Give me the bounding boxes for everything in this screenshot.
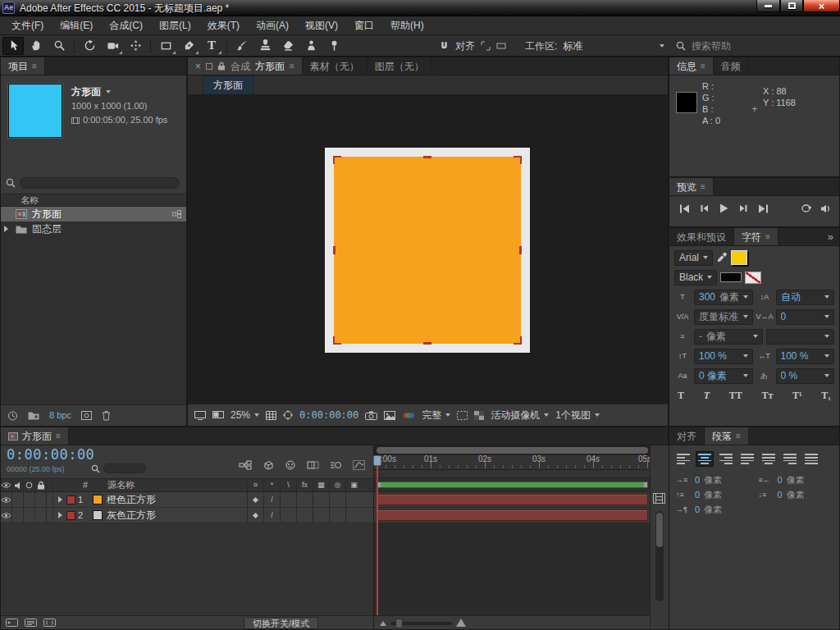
tab-composition-viewer[interactable]: × 合成 方形面 ≡ xyxy=(188,57,303,75)
extra-switch[interactable] xyxy=(345,508,362,523)
trash-icon[interactable] xyxy=(102,410,111,421)
panel-menu-icon[interactable]: ≡ xyxy=(736,432,741,441)
project-search-input[interactable] xyxy=(20,177,180,189)
quality-switch[interactable]: / xyxy=(263,492,280,507)
tab-align[interactable]: 对齐 xyxy=(669,427,705,445)
layer-expander-icon[interactable] xyxy=(53,496,66,503)
fill-color-swatch[interactable] xyxy=(731,250,747,265)
channels-icon[interactable] xyxy=(402,411,415,420)
snap-label[interactable]: 对齐 xyxy=(455,41,475,51)
main-viewer-icon[interactable] xyxy=(212,411,224,420)
small-caps-button[interactable]: Tт xyxy=(761,390,773,400)
panel-overflow-icon[interactable]: » xyxy=(822,228,839,245)
tracking-dropdown[interactable]: 0 xyxy=(776,309,835,325)
lock-icon[interactable] xyxy=(35,479,47,491)
align-right-button[interactable] xyxy=(717,451,735,467)
workspace-dropdown[interactable]: 标准 xyxy=(563,41,664,51)
vertical-scrollbar[interactable] xyxy=(655,511,664,601)
menu-layer[interactable]: 图层(L) xyxy=(151,16,199,34)
project-row-folder[interactable]: 固态层 xyxy=(1,221,186,236)
panel-menu-icon[interactable]: ≡ xyxy=(701,183,705,191)
mini-flowchart-icon[interactable] xyxy=(239,460,252,470)
draft-3d-icon[interactable] xyxy=(262,460,274,470)
font-style-dropdown[interactable]: Black xyxy=(674,270,717,285)
layer-lock-toggle[interactable] xyxy=(35,508,47,523)
roto-brush-tool[interactable] xyxy=(300,37,322,55)
panel-menu-icon[interactable]: ≡ xyxy=(56,432,61,441)
space-before-field[interactable]: ↑≡ 0 像素 xyxy=(676,491,751,500)
always-preview-icon[interactable] xyxy=(194,411,206,420)
brush-tool[interactable] xyxy=(231,37,253,55)
motion-blur-column-icon[interactable]: ◎ xyxy=(329,479,345,491)
type-tool[interactable]: T xyxy=(201,37,222,55)
indent-left-value[interactable]: 0 xyxy=(695,476,700,485)
no-stroke-swatch[interactable] xyxy=(745,272,761,284)
collapse-switch[interactable] xyxy=(247,508,263,523)
layer-visibility-toggle[interactable] xyxy=(1,492,12,507)
panel-menu-icon[interactable]: ≡ xyxy=(701,62,705,71)
motion-blur-switch[interactable] xyxy=(313,492,329,507)
kerning-dropdown[interactable]: 度量标准 xyxy=(694,309,753,325)
space-after-value[interactable]: 0 xyxy=(778,491,783,500)
viewer-timecode[interactable]: 0:00:00:00 xyxy=(299,410,358,420)
stroke-width-value[interactable]: - xyxy=(699,331,702,341)
indent-right-value[interactable]: 0 xyxy=(778,476,783,485)
justify-last-left-button[interactable] xyxy=(738,451,756,467)
zoom-slider[interactable] xyxy=(390,622,453,625)
align-left-button[interactable] xyxy=(674,451,692,467)
menu-window[interactable]: 窗口 xyxy=(346,16,382,34)
layer-row-2[interactable]: 2 灰色正方形 / xyxy=(1,508,373,523)
eye-icon[interactable] xyxy=(1,479,12,491)
font-size-dropdown[interactable]: 300 像素 xyxy=(694,290,753,305)
project-bit-depth[interactable]: 8 bpc xyxy=(49,411,71,420)
expand-transfer-controls-icon[interactable] xyxy=(25,618,37,628)
selection-tool[interactable] xyxy=(2,37,24,55)
layer-number-column[interactable]: # xyxy=(78,481,93,490)
indent-left-field[interactable]: →≡ 0 像素 xyxy=(676,476,751,485)
layer-label-chip[interactable] xyxy=(66,495,75,504)
composition-viewer-tab[interactable]: 方形面 xyxy=(203,75,253,94)
tab-info[interactable]: 信息 ≡ xyxy=(669,57,714,75)
graph-editor-icon[interactable] xyxy=(353,460,365,470)
time-ruler[interactable]: :00s 01s 02s 03s 04s 05s xyxy=(374,455,650,470)
tab-character[interactable]: 字符 ≡ xyxy=(734,228,778,245)
menu-composition[interactable]: 合成(C) xyxy=(101,16,151,34)
interpret-footage-icon[interactable] xyxy=(7,411,18,421)
first-frame-button[interactable] xyxy=(678,203,692,214)
menu-file[interactable]: 文件(F) xyxy=(3,16,52,34)
font-family-dropdown[interactable]: Arial xyxy=(674,250,713,266)
layer-name[interactable]: 橙色正方形 xyxy=(107,495,156,504)
new-composition-icon[interactable] xyxy=(81,411,92,420)
show-snapshot-icon[interactable] xyxy=(384,411,395,420)
layer-track-1[interactable] xyxy=(374,492,650,508)
snapshot-icon[interactable] xyxy=(365,411,377,420)
tab-project[interactable]: 项目 ≡ xyxy=(1,57,45,75)
stroke-style-dropdown[interactable] xyxy=(766,329,835,345)
audio-icon[interactable] xyxy=(12,479,24,491)
layer-row-1[interactable]: 1 橙色正方形 / xyxy=(1,492,373,508)
help-search-input[interactable]: 搜索帮助 xyxy=(692,41,731,51)
region-of-interest-icon[interactable] xyxy=(457,411,468,420)
hand-tool[interactable] xyxy=(25,37,47,55)
play-button[interactable] xyxy=(717,203,731,214)
panel-menu-icon[interactable]: ≡ xyxy=(32,62,37,71)
selection-handle[interactable] xyxy=(423,342,431,345)
tsume-dropdown[interactable]: 0 % xyxy=(776,368,835,384)
selection-handle[interactable] xyxy=(333,336,341,345)
eyedropper-icon[interactable] xyxy=(716,252,728,263)
menu-animation[interactable]: 动画(A) xyxy=(248,16,297,34)
kerning-value[interactable]: 度量标准 xyxy=(699,312,739,322)
justify-last-center-button[interactable] xyxy=(760,451,778,467)
marker-strip[interactable] xyxy=(374,470,650,478)
horizontal-scale-value[interactable]: 100 % xyxy=(781,351,821,361)
layer-duration-bar[interactable] xyxy=(377,509,648,521)
frame-blend-switch[interactable] xyxy=(296,492,313,507)
layer-track-2[interactable] xyxy=(374,508,650,523)
composition-thumbnail[interactable] xyxy=(8,84,62,138)
loop-icon[interactable] xyxy=(799,203,813,214)
view-layout-dropdown[interactable]: 1个视图 xyxy=(555,410,600,420)
selection-handle[interactable] xyxy=(514,156,522,164)
tab-paragraph[interactable]: 段落 ≡ xyxy=(705,427,749,445)
quality-column-icon[interactable]: \ xyxy=(280,479,296,491)
threed-switch[interactable] xyxy=(329,508,345,523)
